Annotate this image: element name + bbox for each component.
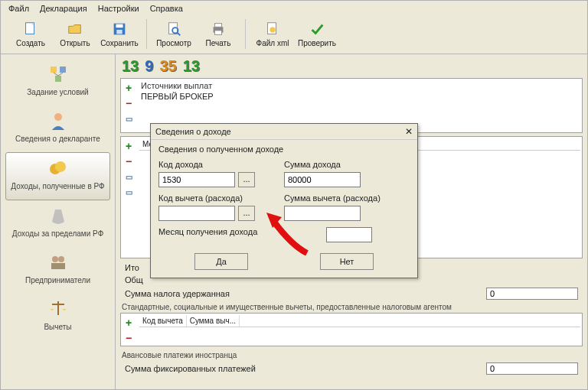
svg-point-18: [54, 113, 62, 121]
svg-line-7: [178, 33, 181, 36]
print-icon: [210, 21, 227, 37]
remove-deduction-button[interactable]: −: [122, 332, 135, 344]
deduction-code-input[interactable]: [158, 206, 235, 221]
check-icon: [309, 21, 325, 37]
deduction-code-label: Код вычета (расхода): [158, 193, 284, 203]
folder-open-icon: [67, 21, 83, 37]
month-input[interactable]: [326, 227, 372, 242]
income-sum-input[interactable]: [284, 172, 361, 187]
rate-13a[interactable]: 13: [122, 57, 139, 75]
summary-ito: Ито: [125, 263, 139, 272]
add-source-button[interactable]: +: [122, 82, 135, 94]
preview-icon: [165, 21, 182, 37]
toolbar: Создать Открыть Сохранить Просмотр Печат…: [1, 16, 587, 54]
svg-rect-4: [116, 30, 122, 34]
svg-point-20: [55, 161, 66, 172]
income-code-input[interactable]: [158, 172, 235, 187]
menu-settings[interactable]: Настройки: [93, 2, 144, 15]
remove-income-button[interactable]: −: [122, 155, 135, 167]
svg-point-12: [270, 27, 275, 32]
preview-button[interactable]: Просмотр: [152, 19, 196, 49]
svg-rect-10: [214, 31, 221, 35]
people-icon: [47, 252, 69, 273]
income-dialog: Сведения о доходе ✕ Сведения о полученно…: [150, 123, 418, 278]
svg-rect-3: [116, 24, 122, 28]
save-button[interactable]: Сохранить: [97, 19, 142, 49]
sidebar-item-task[interactable]: Задание условий: [1, 59, 115, 106]
edit-source-button[interactable]: ▭: [122, 112, 135, 125]
svg-rect-14: [60, 67, 66, 73]
income-sum-label: Сумма дохода: [284, 160, 410, 169]
check-button[interactable]: Проверить: [295, 19, 339, 49]
money-sack-icon: [47, 205, 69, 226]
deduction-sum-label: Сумма вычета (расхода): [284, 193, 410, 203]
menu-bar: Файл Декларация Настройки Справка: [1, 1, 587, 16]
deduction-code-picker[interactable]: ...: [238, 206, 255, 221]
sidebar-item-entrepreneurs[interactable]: Предприниматели: [1, 247, 115, 294]
menu-file[interactable]: Файл: [4, 2, 34, 15]
dialog-subtitle: Сведения о полученном доходе: [158, 145, 410, 154]
menu-help[interactable]: Справка: [145, 2, 188, 15]
income-code-picker[interactable]: ...: [238, 172, 255, 187]
filexml-button[interactable]: Файл xml: [250, 19, 295, 49]
yes-button[interactable]: Да: [194, 253, 248, 270]
add-income-button[interactable]: +: [122, 140, 135, 152]
close-icon[interactable]: ✕: [405, 126, 413, 137]
deduction-sum-input[interactable]: [284, 206, 361, 221]
rate-tabs: 13 9 35 13: [116, 54, 587, 78]
sidebar-item-income-rf[interactable]: Доходы, полученные в РФ: [5, 152, 110, 200]
sidebar-item-deductions[interactable]: Вычеты: [1, 294, 115, 340]
dialog-title: Сведения о доходе: [155, 127, 231, 136]
sidebar-item-income-abroad[interactable]: Доходы за пределами РФ: [1, 200, 115, 247]
edit-income-button[interactable]: ▭: [122, 171, 135, 183]
no-button[interactable]: Нет: [320, 253, 374, 270]
svg-line-17: [58, 73, 63, 76]
deductions-section-title: Стандартные, социальные и имущественные …: [116, 301, 587, 313]
print-button[interactable]: Печать: [196, 19, 240, 49]
summary-obsh: Общ: [125, 275, 143, 284]
rate-9[interactable]: 9: [145, 57, 153, 75]
income-code-label: Код дохода: [158, 160, 284, 169]
open-button[interactable]: Открыть: [53, 19, 97, 49]
advance-label: Сумма фиксированных платежей: [125, 364, 256, 373]
new-file-icon: [22, 21, 39, 37]
money-icon: [47, 158, 69, 179]
month-label: Месяц получения дохода: [158, 227, 326, 236]
source-row[interactable]: ПЕРВЫЙ БРОКЕР: [139, 91, 580, 102]
ded-col-code: Код вычета: [139, 315, 187, 327]
menu-declaration[interactable]: Декларация: [35, 2, 92, 15]
sources-header: Источники выплат: [139, 80, 580, 91]
rate-35[interactable]: 35: [159, 57, 176, 75]
svg-point-21: [52, 256, 58, 262]
copy-income-button[interactable]: ▭: [122, 186, 135, 198]
tax-withheld-input[interactable]: [486, 288, 578, 300]
svg-rect-13: [51, 67, 57, 73]
sidebar: Задание условий Сведения о декларанте До…: [1, 54, 116, 390]
svg-line-16: [54, 73, 58, 76]
sidebar-item-declarant[interactable]: Сведения о декларанте: [1, 106, 115, 152]
deductions-panel: + − Код вычета Сумма выч...: [120, 313, 583, 346]
svg-point-22: [58, 256, 64, 262]
xml-file-icon: [264, 21, 281, 37]
create-button[interactable]: Создать: [8, 19, 53, 49]
ded-col-sum: Сумма выч...: [187, 315, 240, 327]
scales-icon: [47, 298, 69, 320]
svg-rect-15: [55, 76, 61, 82]
svg-rect-9: [214, 24, 221, 28]
save-icon: [111, 21, 128, 37]
advance-section-title: Авансовые платежи иностранца: [116, 349, 587, 361]
svg-rect-23: [51, 263, 65, 269]
add-deduction-button[interactable]: +: [122, 317, 135, 329]
rate-13b[interactable]: 13: [183, 57, 200, 75]
remove-source-button[interactable]: −: [122, 97, 135, 109]
person-icon: [47, 110, 69, 132]
advance-input[interactable]: [486, 362, 578, 375]
task-icon: [47, 63, 69, 85]
tax-withheld-label: Сумма налога удержанная: [125, 289, 230, 298]
